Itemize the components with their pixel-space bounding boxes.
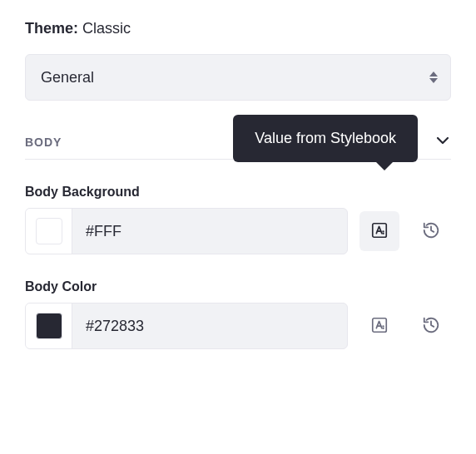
theme-line: Theme: Classic — [25, 20, 451, 37]
color-input-group — [25, 208, 348, 254]
field-label-body-color: Body Color — [25, 279, 451, 294]
field-label-body-background: Body Background — [25, 185, 451, 200]
stylebook-source-button[interactable] — [359, 306, 399, 346]
tooltip-text: Value from Stylebook — [255, 130, 396, 146]
color-swatch — [36, 313, 62, 339]
stylebook-source-button[interactable] — [359, 211, 399, 251]
theme-value: Classic — [82, 20, 131, 37]
color-value-input[interactable] — [72, 303, 347, 348]
color-swatch-button[interactable] — [26, 209, 72, 254]
field-body-color: Body Color — [25, 279, 451, 349]
color-swatch-button[interactable] — [26, 303, 72, 348]
history-icon — [422, 221, 440, 242]
field-body-background: Body Background — [25, 185, 451, 254]
category-select-wrap: General — [25, 54, 451, 101]
history-button[interactable] — [411, 211, 451, 251]
stylebook-icon — [370, 221, 389, 242]
color-swatch — [36, 218, 62, 244]
theme-label: Theme: — [25, 20, 78, 37]
stylebook-icon — [370, 316, 389, 337]
chevron-down-icon — [434, 132, 451, 152]
svg-rect-0 — [373, 223, 387, 237]
history-icon — [422, 316, 440, 337]
color-input-group — [25, 303, 348, 349]
section-title: BODY — [25, 136, 62, 149]
color-value-input[interactable] — [72, 209, 347, 254]
svg-rect-1 — [373, 318, 387, 332]
category-select[interactable]: General — [25, 54, 451, 101]
tooltip-stylebook: Value from Stylebook — [233, 115, 418, 162]
history-button[interactable] — [411, 306, 451, 346]
